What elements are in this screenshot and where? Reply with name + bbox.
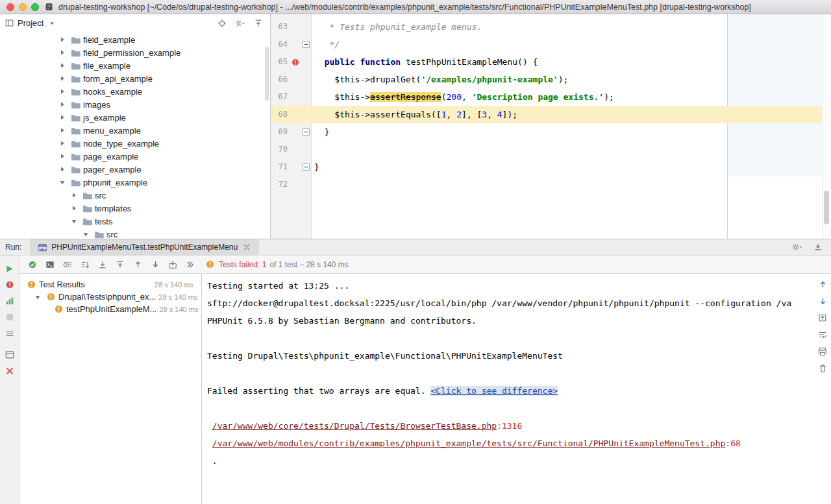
project-tree-item[interactable]: menu_example	[0, 124, 270, 137]
line-number[interactable]: 69	[271, 123, 289, 141]
test-tree-row[interactable]: Test Results28 s 140 ms	[19, 278, 201, 291]
project-scrollbar-thumb[interactable]	[265, 47, 269, 101]
collapse-all-icon[interactable]	[115, 259, 125, 270]
tree-chevron-icon[interactable]	[57, 34, 68, 45]
tree-chevron-icon[interactable]	[57, 125, 68, 136]
line-number[interactable]: 63	[271, 18, 289, 36]
rerun-test-icon[interactable]	[5, 263, 15, 274]
tree-chevron-icon[interactable]	[57, 112, 68, 123]
project-tree-item[interactable]: templates	[0, 202, 270, 215]
rerun-failed-tests-icon[interactable]	[5, 280, 15, 290]
print-icon[interactable]	[817, 346, 828, 357]
tree-chevron-icon[interactable]	[32, 292, 43, 302]
tree-chevron-icon[interactable]	[57, 99, 68, 110]
tree-chevron-icon[interactable]	[57, 138, 68, 149]
project-tree-item[interactable]: node_type_example	[0, 137, 270, 150]
line-number[interactable]: 72	[271, 176, 289, 193]
tree-chevron-icon[interactable]	[57, 177, 68, 187]
editor[interactable]: 63 * Tests phpunit_example menus.64 */65…	[271, 14, 831, 239]
code-text[interactable]	[312, 176, 314, 193]
locate-file-icon[interactable]	[217, 18, 227, 29]
sort-by-duration-icon[interactable]	[62, 259, 73, 270]
clear-all-icon[interactable]	[817, 363, 828, 374]
sort-alphabetically-icon[interactable]	[80, 259, 90, 270]
tree-chevron-icon[interactable]	[57, 86, 68, 97]
line-number-link[interactable]: :68	[725, 438, 740, 448]
editor-scrollbar[interactable]	[822, 14, 831, 239]
project-tree-item[interactable]: pager_example	[0, 163, 270, 176]
failed-test-marker-icon[interactable]	[290, 57, 301, 67]
line-number[interactable]: 70	[271, 141, 289, 158]
chevron-down-icon[interactable]	[47, 18, 57, 29]
project-tree-item[interactable]: field_permission_example	[0, 46, 270, 59]
code-text[interactable]: $this->drupalGet('/examples/phpunit-exam…	[312, 71, 568, 88]
minimize-window-button[interactable]	[19, 3, 27, 11]
run-tab[interactable]: php PHPUnitExampleMenuTest.testPhpUnitEx…	[31, 239, 258, 255]
show-console-icon[interactable]	[45, 259, 55, 270]
line-number-link[interactable]: :1316	[497, 421, 522, 431]
project-tree-item[interactable]: page_example	[0, 150, 270, 163]
close-tab-icon[interactable]	[242, 242, 252, 252]
code-text[interactable]: */	[312, 36, 340, 53]
test-tree-row[interactable]: testPhpUnitExampleM...28 s 140 ms	[19, 303, 201, 315]
line-number[interactable]: 64	[271, 36, 289, 53]
stop-icon[interactable]	[5, 312, 15, 322]
tree-chevron-icon[interactable]	[69, 216, 79, 226]
tree-chevron-icon[interactable]	[69, 203, 79, 213]
project-tree-item[interactable]: src	[0, 189, 270, 202]
project-panel-title[interactable]: Project	[18, 18, 43, 28]
line-number[interactable]: 71	[271, 158, 289, 176]
scroll-down-icon[interactable]	[817, 296, 828, 306]
code-text[interactable]: }	[312, 123, 329, 141]
tree-chevron-icon[interactable]	[69, 190, 79, 200]
console[interactable]: Testing started at 13:25 ...sftp://docke…	[202, 274, 831, 504]
soft-wrap-icon[interactable]	[817, 330, 828, 340]
project-tree-item[interactable]: js_example	[0, 111, 270, 124]
tree-chevron-icon[interactable]	[81, 229, 91, 239]
show-passed-icon[interactable]	[27, 259, 38, 270]
project-tree-item[interactable]: field_example	[0, 33, 270, 46]
diff-link[interactable]: <Click to see difference>	[430, 386, 558, 396]
tree-chevron-icon[interactable]	[57, 151, 68, 162]
project-tree-item[interactable]: phpunit_example	[0, 176, 270, 189]
line-number[interactable]: 67	[271, 88, 289, 106]
import-test-results-icon[interactable]	[167, 259, 178, 270]
code-text[interactable]: $this->assertResponse(200, 'Description …	[312, 88, 614, 106]
tree-chevron-icon[interactable]	[57, 164, 68, 174]
zoom-window-button[interactable]	[31, 3, 39, 11]
code-text[interactable]: public function testPhpUnitExampleMenu()…	[312, 53, 538, 71]
project-tree-item[interactable]: images	[0, 98, 270, 111]
project-tree-item[interactable]: tests	[0, 215, 270, 228]
fold-marker-icon[interactable]	[301, 40, 312, 50]
settings-icon[interactable]	[235, 18, 245, 29]
project-tree-item[interactable]: hooks_example	[0, 85, 270, 98]
tree-chevron-icon[interactable]	[57, 47, 68, 58]
tree-chevron-icon[interactable]	[57, 73, 68, 84]
fold-marker-icon[interactable]	[301, 162, 312, 173]
fold-marker-icon[interactable]	[301, 127, 312, 138]
hide-panel-icon[interactable]	[813, 242, 823, 252]
file-link[interactable]: /var/www/web/modules/contrib/examples/ph…	[212, 438, 726, 448]
close-window-button[interactable]	[6, 3, 14, 11]
code-text[interactable]: * Tests phpunit_example menus.	[312, 18, 482, 36]
export-results-icon[interactable]	[817, 313, 828, 323]
code-text[interactable]: }	[312, 158, 319, 176]
scroll-up-icon[interactable]	[817, 279, 828, 289]
project-tree-item[interactable]: file_example	[0, 59, 270, 72]
test-history-icon[interactable]	[5, 328, 15, 339]
previous-failed-test-icon[interactable]	[132, 259, 143, 270]
line-number[interactable]: 66	[271, 71, 289, 88]
test-tree-row[interactable]: Drupal\Tests\phpunit_ex...28 s 140 ms	[19, 291, 201, 303]
toggle-coverage-icon[interactable]	[5, 296, 15, 306]
close-icon[interactable]	[5, 366, 15, 376]
next-failed-test-icon[interactable]	[150, 259, 160, 270]
settings-icon[interactable]	[792, 242, 802, 252]
line-number[interactable]: 65	[271, 53, 289, 71]
tree-chevron-icon[interactable]	[57, 60, 68, 71]
line-number[interactable]: 68	[271, 106, 289, 123]
code-text[interactable]: $this->assertEquals([1, 2], [3, 4]);	[312, 106, 517, 123]
editor-scrollbar-thumb[interactable]	[824, 191, 829, 224]
project-tree-item[interactable]: src	[0, 228, 270, 239]
restore-layout-icon[interactable]	[5, 350, 15, 360]
expand-all-icon[interactable]	[97, 259, 108, 270]
